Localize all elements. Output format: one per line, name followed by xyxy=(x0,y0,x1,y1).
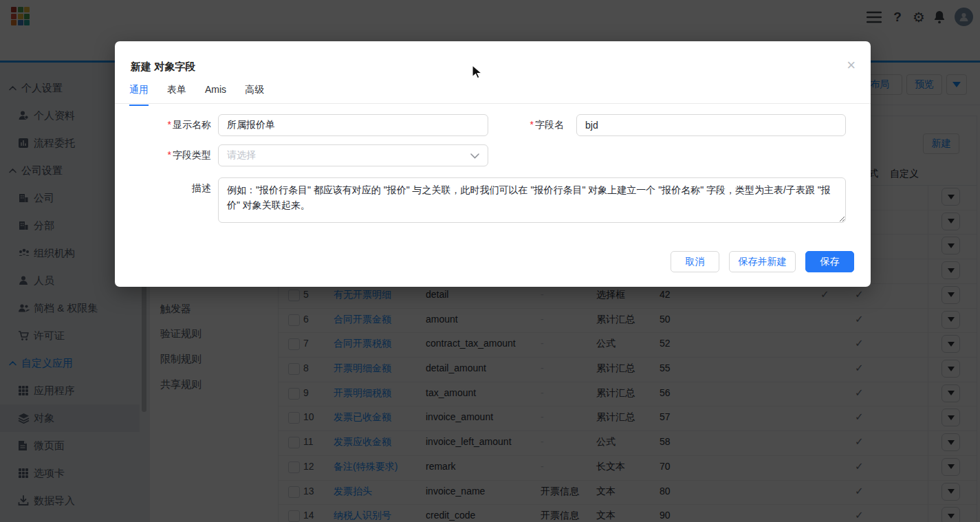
save-and-new-button-label: 保存并新建 xyxy=(739,256,787,268)
new-object-field-modal: 新建 对象字段 × 通用表单Amis高级 显示名称 字段名 字段类型 请选择 描… xyxy=(115,41,871,287)
save-button-label: 保存 xyxy=(820,256,840,268)
display-name-input[interactable] xyxy=(218,114,488,136)
chevron-down-icon xyxy=(470,150,479,161)
field-name-input[interactable] xyxy=(576,114,846,136)
cancel-button[interactable]: 取消 xyxy=(671,251,719,272)
description-textarea[interactable] xyxy=(218,177,846,223)
save-and-new-button[interactable]: 保存并新建 xyxy=(729,251,796,272)
close-icon[interactable]: × xyxy=(847,58,856,73)
save-button[interactable]: 保存 xyxy=(805,251,854,272)
app-window: ? ⚙ 设置 个人设置个人资料流程委托公司设置公司分部组织机构人员简档 & 权限… xyxy=(0,0,980,522)
tabs-divider xyxy=(115,103,871,104)
field-name-label: 字段名 xyxy=(523,119,564,131)
display-name-label: 显示名称 xyxy=(156,119,211,131)
cancel-button-label: 取消 xyxy=(686,256,705,268)
field-type-placeholder: 请选择 xyxy=(227,149,256,162)
description-label: 描述 xyxy=(156,182,211,195)
field-type-label: 字段类型 xyxy=(156,149,211,162)
field-type-select[interactable]: 请选择 xyxy=(218,144,488,166)
modal-title: 新建 对象字段 xyxy=(131,61,195,74)
